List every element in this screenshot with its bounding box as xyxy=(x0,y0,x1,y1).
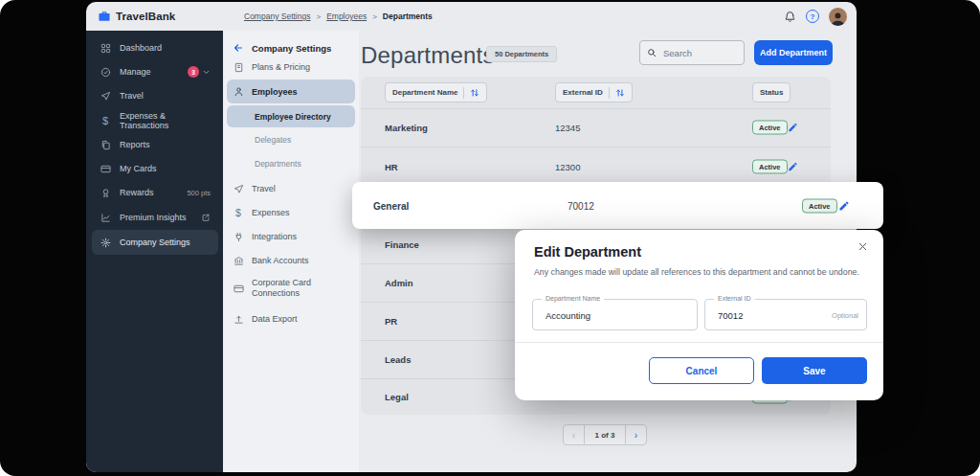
external-link-icon xyxy=(201,213,211,222)
credit-card-icon xyxy=(100,163,111,174)
gear-icon xyxy=(100,237,111,248)
settings-item-plans-pricing[interactable]: Plans & Pricing xyxy=(227,56,355,79)
pagination: ‹ 1 of 3 › xyxy=(563,424,647,445)
settings-item-expenses[interactable]: $ Expenses xyxy=(227,201,355,224)
pagination-next-icon[interactable]: › xyxy=(625,425,646,444)
save-button[interactable]: Save xyxy=(762,357,867,384)
edit-pencil-icon[interactable] xyxy=(838,200,850,212)
sidebar-item-label: Travel xyxy=(120,91,144,101)
sidebar-item-my-cards[interactable]: My Cards xyxy=(92,157,218,180)
settings-item-label: Data Export xyxy=(252,314,298,324)
add-department-button[interactable]: Add Department xyxy=(754,40,833,65)
dollar-icon: $ xyxy=(233,207,244,218)
column-header-external-id[interactable]: External ID xyxy=(555,82,633,102)
settings-item-label: Travel xyxy=(252,184,276,193)
column-header-status[interactable]: Status xyxy=(752,82,791,102)
notifications-bell-icon[interactable] xyxy=(783,10,796,23)
external-id: 12300 xyxy=(555,162,580,172)
settings-item-corporate-card-connections[interactable]: Corporate Card Connections xyxy=(227,274,355,303)
settings-title: Company Settings xyxy=(252,43,331,54)
settings-item-employee-directory[interactable]: Employee Directory xyxy=(227,105,355,127)
table-row-hr[interactable]: HR 12300 Active xyxy=(361,147,831,187)
external-id-input[interactable] xyxy=(716,300,833,331)
column-header-department-name[interactable]: Department Name xyxy=(385,82,487,102)
highlighted-row-general[interactable]: General 70012 Active xyxy=(352,182,883,229)
sidebar-item-label: My Cards xyxy=(120,164,157,173)
sidebar-item-premium-insights[interactable]: Premium Insights xyxy=(92,206,218,229)
sidebar-item-reports[interactable]: Reports xyxy=(92,133,218,156)
edit-pencil-icon[interactable] xyxy=(788,123,798,133)
settings-item-label: Integrations xyxy=(252,232,297,241)
table-header: Department Name External ID Status xyxy=(361,77,831,109)
department-name: Legal xyxy=(385,392,409,402)
department-name-field[interactable]: Department Name xyxy=(532,299,698,330)
settings-item-delegates[interactable]: Delegates xyxy=(227,128,355,151)
search-input[interactable] xyxy=(661,47,742,59)
settings-item-data-export[interactable]: Data Export xyxy=(227,307,355,330)
settings-sidebar: Company Settings Plans & Pricing Employe… xyxy=(223,31,359,472)
department-name: Finance xyxy=(385,239,419,250)
settings-item-label: Employees xyxy=(252,87,298,97)
settings-item-label: Bank Accounts xyxy=(252,256,309,265)
breadcrumb: Company Settings > Employees > Departmen… xyxy=(244,2,433,31)
user-avatar[interactable] xyxy=(829,8,847,26)
bank-icon xyxy=(233,255,244,266)
dashboard-grid-icon xyxy=(100,42,111,54)
column-label: External ID xyxy=(563,88,603,97)
sidebar-item-travel[interactable]: Travel xyxy=(92,84,218,107)
sort-icon[interactable] xyxy=(615,88,625,98)
settings-item-label: Employee Directory xyxy=(255,112,331,122)
top-bar: TravelBank Company Settings > Employees … xyxy=(86,2,857,31)
search-box[interactable] xyxy=(639,40,745,65)
external-id-field[interactable]: External ID Optional xyxy=(704,299,867,330)
breadcrumb-separator: > xyxy=(372,12,377,21)
sidebar-item-dashboard[interactable]: Dashboard xyxy=(92,36,218,59)
settings-item-label: Expenses xyxy=(252,208,290,217)
optional-hint: Optional xyxy=(832,310,858,319)
upload-icon xyxy=(233,313,244,325)
rewards-points: 500 pts xyxy=(187,189,211,197)
pagination-prev-icon[interactable]: ‹ xyxy=(564,425,585,444)
dollar-icon: $ xyxy=(100,115,111,126)
arrow-left-icon xyxy=(233,42,244,54)
modal-divider xyxy=(515,342,883,343)
sidebar-item-label: Dashboard xyxy=(120,43,162,53)
sidebar-item-expenses-transactions[interactable]: $ Expenses & Transactions xyxy=(92,109,218,132)
department-name: General xyxy=(373,200,409,211)
brand-logo[interactable]: TravelBank xyxy=(98,2,175,31)
breadcrumb-employees[interactable]: Employees xyxy=(326,11,367,21)
settings-item-integrations[interactable]: Integrations xyxy=(227,225,355,248)
pagination-label: 1 of 3 xyxy=(585,425,625,444)
settings-item-bank-accounts[interactable]: Bank Accounts xyxy=(227,249,355,272)
sidebar-item-manage[interactable]: Manage 3 xyxy=(92,60,218,83)
sidebar-item-company-settings[interactable]: Company Settings xyxy=(92,230,218,255)
credit-card-icon xyxy=(233,283,244,294)
settings-item-employees[interactable]: Employees xyxy=(227,79,355,103)
external-id: 70012 xyxy=(568,200,594,211)
breadcrumb-company-settings[interactable]: Company Settings xyxy=(244,11,310,21)
sidebar-item-label: Company Settings xyxy=(120,238,190,247)
department-name: PR xyxy=(385,316,397,327)
table-row-marketing[interactable]: Marketing 12345 Active xyxy=(361,108,831,147)
sidebar-item-rewards[interactable]: Rewards 500 pts xyxy=(92,181,218,204)
settings-item-travel[interactable]: Travel xyxy=(227,177,355,200)
sort-icon[interactable] xyxy=(470,88,479,98)
breadcrumb-current: Departments xyxy=(383,11,433,21)
help-icon[interactable]: ? xyxy=(806,10,819,23)
topbar-actions: ? xyxy=(783,2,847,31)
rewards-medal-icon xyxy=(100,187,111,198)
department-name: Admin xyxy=(385,278,413,288)
chart-icon xyxy=(100,212,111,223)
chip-divider xyxy=(609,87,610,99)
reports-icon xyxy=(100,139,111,150)
cancel-button[interactable]: Cancel xyxy=(649,357,754,384)
chevron-down-icon xyxy=(202,68,211,77)
status-badge: Active xyxy=(802,198,837,213)
external-id: 12345 xyxy=(555,123,580,133)
sidebar-item-label: Manage xyxy=(120,67,151,77)
sidebar-item-label: Rewards xyxy=(120,188,154,197)
settings-item-departments[interactable]: Departments xyxy=(227,152,355,175)
department-name-input[interactable] xyxy=(544,300,662,331)
edit-pencil-icon[interactable] xyxy=(788,162,798,172)
close-icon[interactable] xyxy=(857,240,870,254)
